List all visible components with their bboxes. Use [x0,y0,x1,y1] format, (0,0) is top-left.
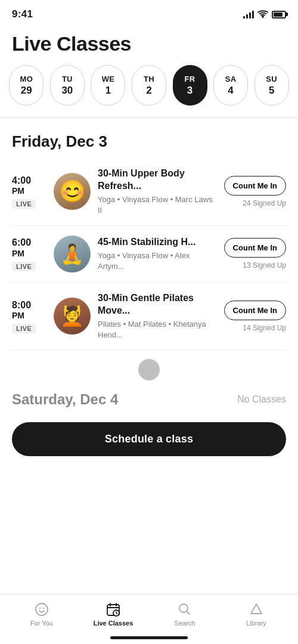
schedule-btn-container: Schedule a class [0,414,298,462]
class-time-block: 8:00 PM LIVE [12,299,46,333]
class-card: 4:00 PM LIVE 30-Min Upper Body Refresh..… [10,158,288,226]
day-num: 30 [61,85,73,97]
day-label: MO [20,75,33,83]
page-header: Live Classes [0,26,298,65]
friday-heading: Friday, Dec 3 [0,120,298,158]
signal-icon [243,10,254,18]
day-num: 3 [187,85,193,97]
signed-up-count: 13 Signed Up [243,261,286,270]
nav-label: Live Classes [94,620,134,627]
day-item-th[interactable]: TH 2 [132,65,166,106]
class-name: 45-Min Stabilizing H... [98,236,213,249]
class-avatar [54,173,91,210]
saturday-heading: Saturday, Dec 4 [12,391,118,408]
status-bar: 9:41 [0,0,298,26]
class-card: 6:00 PM LIVE 45-Min Stabilizing H... Yog… [10,226,288,283]
class-time: 6:00 [12,237,31,248]
triangle-icon [249,602,264,617]
day-label: TU [62,75,73,83]
count-me-in-button[interactable]: Count Me In [224,176,286,196]
class-time-block: 4:00 PM LIVE [12,175,46,209]
day-item-tu[interactable]: TU 30 [50,65,85,106]
class-avatar [54,298,91,335]
page-title: Live Classes [12,32,286,55]
svg-point-1 [36,603,48,615]
class-action: Count Me In 24 Signed Up [221,176,286,208]
day-label: SU [266,75,277,83]
status-time: 9:41 [12,8,33,20]
day-label: FR [185,75,195,83]
day-item-mo[interactable]: MO 29 [9,65,44,106]
class-info: 30-Min Gentle Pilates Move... Pilates • … [98,292,213,340]
battery-icon [272,11,286,18]
live-badge: LIVE [12,199,36,209]
nav-label: For You [30,620,53,627]
classes-list: 4:00 PM LIVE 30-Min Upper Body Refresh..… [0,158,298,351]
day-num: 4 [228,85,233,97]
wifi-icon [257,10,268,20]
day-label: WE [102,75,115,83]
day-label: TH [144,75,154,83]
day-num: 1 [105,85,111,97]
day-label: SA [225,75,237,83]
class-meta: Pilates • Mat Pilates • Khetanya Hend... [98,319,213,340]
day-item-fr[interactable]: FR 3 [173,65,207,106]
class-time: 8:00 [12,299,31,311]
count-me-in-button[interactable]: Count Me In [224,301,286,320]
svg-point-0 [262,16,263,17]
day-item-su[interactable]: SU 5 [254,65,289,106]
schedule-button[interactable]: Schedule a class [12,422,286,456]
class-meta: Yoga • Vinyasa Flow • Marc Laws II [98,194,213,216]
saturday-section: Saturday, Dec 4 No Classes [0,385,298,414]
nav-label: Search [175,620,195,627]
signed-up-count: 24 Signed Up [243,199,286,208]
svg-point-2 [39,608,41,609]
class-time: 4:00 [12,175,31,186]
search-icon [177,602,193,617]
signed-up-count: 14 Signed Up [243,324,286,332]
day-item-sa[interactable]: SA 4 [213,65,248,106]
class-name: 30-Min Upper Body Refresh... [98,168,213,193]
class-ampm: PM [12,249,24,258]
live-badge: LIVE [12,262,36,271]
class-action: Count Me In 13 Signed Up [221,238,286,270]
class-meta: Yoga • Vinyasa Flow • Alex Artym... [98,250,213,272]
live-badge: LIVE [12,324,36,333]
count-me-in-button[interactable]: Count Me In [224,238,286,258]
scroll-dot [138,359,160,380]
class-card: 8:00 PM LIVE 30-Min Gentle Pilates Move.… [10,283,288,351]
no-classes-text: No Classes [237,394,286,405]
class-info: 45-Min Stabilizing H... Yoga • Vinyasa F… [98,236,213,272]
class-action: Count Me In 14 Signed Up [221,301,286,332]
class-avatar [54,236,91,273]
calendar-icon [105,602,121,617]
class-ampm: PM [12,311,24,320]
status-icons [243,10,286,20]
class-ampm: PM [12,186,24,196]
class-time-block: 6:00 PM LIVE [12,237,46,271]
svg-point-3 [43,608,44,609]
nav-item-search[interactable]: Search [149,602,221,627]
home-indicator [110,636,188,639]
day-num: 5 [269,85,274,97]
day-selector: MO 29 TU 30 WE 1 TH 2 FR 3 SA 4 SU 5 [0,65,298,115]
nav-item-live-classes[interactable]: Live Classes [77,602,149,627]
class-name: 30-Min Gentle Pilates Move... [98,292,213,317]
nav-item-for-you[interactable]: For You [6,602,77,627]
nav-label: Library [246,620,266,627]
scroll-indicator [0,351,298,385]
nav-item-library[interactable]: Library [221,602,292,627]
day-item-we[interactable]: WE 1 [91,65,125,106]
class-info: 30-Min Upper Body Refresh... Yoga • Viny… [98,168,213,216]
smiley-icon [34,602,49,617]
divider [0,117,298,118]
day-num: 29 [21,85,32,97]
day-num: 2 [146,85,151,97]
